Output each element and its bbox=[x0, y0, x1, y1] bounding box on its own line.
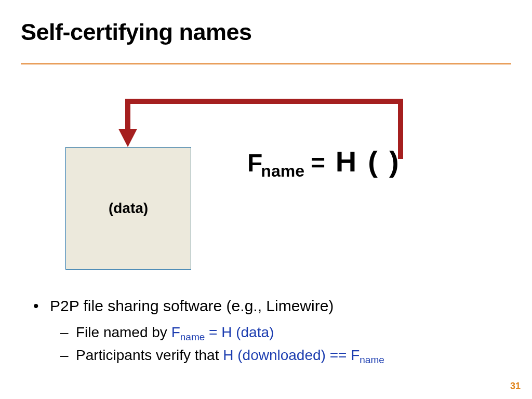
formula-sub: name bbox=[261, 162, 304, 180]
bullet-2a-formula: Fname = H (data) bbox=[171, 324, 274, 340]
formula-eq: = bbox=[311, 149, 325, 177]
data-box: (data) bbox=[65, 147, 191, 270]
bullet-2b-h: H (downloaded) == F bbox=[223, 347, 360, 363]
bullet-2a-sub: name bbox=[180, 331, 205, 342]
formula-H-open: H( bbox=[336, 145, 389, 178]
bullet-2b-sub: name bbox=[360, 354, 384, 365]
bullet-2a-prefix: File named by bbox=[76, 324, 171, 340]
data-box-label: (data) bbox=[109, 200, 148, 217]
bullet-2a: File named by Fname = H (data) bbox=[31, 324, 499, 341]
bullet-2a-rest: = H (data) bbox=[205, 324, 274, 340]
formula-F: F bbox=[247, 149, 262, 177]
bullet-2a-F: F bbox=[171, 324, 180, 340]
bullet-1: P2P file sharing software (e.g., Limewir… bbox=[31, 297, 499, 315]
bullet-2b-prefix: Participants verify that bbox=[76, 347, 223, 363]
bullet-2b: Participants verify that H (downloaded) … bbox=[31, 347, 499, 364]
bullet-list: P2P file sharing software (e.g., Limewir… bbox=[31, 297, 499, 364]
svg-marker-0 bbox=[118, 129, 137, 147]
hash-formula: Fname= H() bbox=[247, 144, 399, 178]
formula-H-close: ) bbox=[389, 145, 399, 178]
page-number: 31 bbox=[510, 381, 521, 392]
bullet-2b-formula: H (downloaded) == Fname bbox=[223, 347, 384, 363]
